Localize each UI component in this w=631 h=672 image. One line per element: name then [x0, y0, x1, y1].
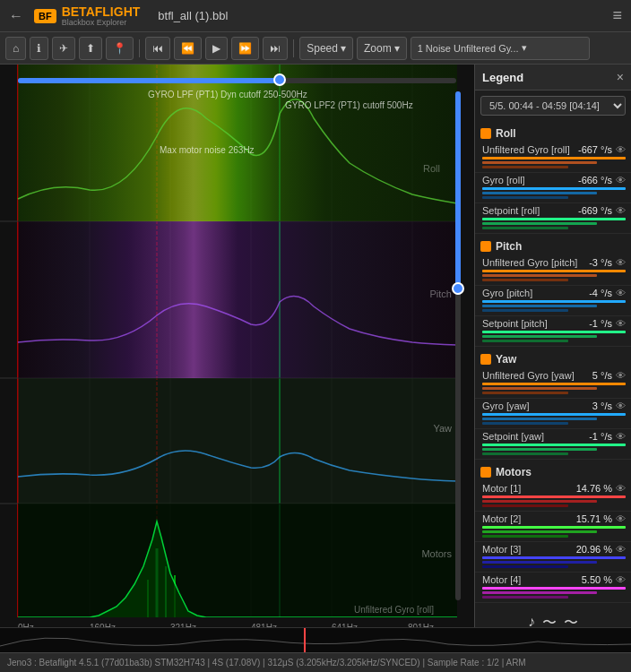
legend-item-name-yaw-2: Setpoint [yaw] [482, 431, 589, 442]
skip-start-button[interactable]: ⏮ [145, 37, 170, 60]
eye-icon-yaw-1[interactable]: 👁 [616, 401, 626, 411]
eye-icon-roll-2[interactable]: 👁 [616, 205, 626, 216]
legend-section-yaw: YawUnfiltered Gyro [yaw]5 °/s👁Gyro [yaw]… [475, 350, 631, 460]
file-title: btfl_all (1).bbl [158, 9, 228, 22]
logo: BF BETAFLIGHT Blackbox Explorer [34, 4, 140, 27]
eye-icon-motors-1[interactable]: 👁 [616, 513, 626, 524]
speed-label: Speed [307, 42, 338, 55]
legend-item-value-motors-3: 5.50 % [582, 574, 612, 585]
legend-sections: RollUnfiltered Gyro [roll]-667 °/s👁Gyro … [475, 121, 631, 607]
color-bar-roll-1-2 [482, 196, 568, 199]
color-bar-motors-1-1 [482, 530, 597, 533]
legend-item-value-motors-1: 15.71 % [576, 513, 612, 524]
main-content: 0Hz 160Hz 321Hz 481Hz 641Hz 801Hz Unfilt… [0, 65, 631, 627]
logo-icon: BF [34, 9, 56, 23]
legend-item-name-yaw-0: Unfiltered Gyro [yaw] [482, 370, 592, 381]
color-bar-roll-0-0 [482, 157, 626, 159]
color-bar-motors-0-0 [482, 495, 626, 498]
status-text: Jeno3 : Betaflight 4.5.1 (77d01ba3b) STM… [7, 658, 526, 668]
color-bar-pitch-0-2 [482, 279, 568, 281]
legend-item-value-motors-0: 14.76 % [576, 483, 612, 494]
legend-item-yaw-1: Gyro [yaw]3 °/s👁 [475, 399, 631, 429]
speed-dropdown[interactable]: Speed ▾ [299, 37, 353, 60]
toolbar: ⌂ ℹ ✈ ⬆ 📍 ⏮ ⏪ ▶ ⏩ ⏭ Speed ▾ Zoom ▾ 1 Noi… [0, 32, 631, 65]
eye-icon-motors-3[interactable]: 👁 [616, 574, 626, 585]
v-slider-track [455, 91, 461, 295]
upload-button[interactable]: ⬆ [79, 37, 102, 60]
home-button[interactable]: ⌂ [5, 37, 26, 60]
legend-item-value-pitch-1: -4 °/s [589, 288, 612, 298]
color-bar-roll-0-1 [482, 161, 597, 164]
color-bar-roll-2-1 [482, 222, 597, 225]
session-select[interactable]: 5/5. 00:44 - 04:59 [04:14] [480, 96, 626, 116]
logo-text: BETAFLIGHT [62, 4, 141, 19]
svg-text:Unfiltered Gyro [roll]: Unfiltered Gyro [roll] [354, 605, 434, 615]
section-dot-motors [480, 467, 491, 478]
legend-item-yaw-0: Unfiltered Gyro [yaw]5 °/s👁 [475, 368, 631, 399]
color-bar-motors-2-1 [482, 561, 597, 564]
color-bar-pitch-1-1 [482, 305, 597, 307]
color-bar-pitch-2-0 [482, 331, 626, 333]
vertical-slider[interactable] [455, 91, 461, 600]
skip-end-button[interactable]: ⏭ [263, 37, 288, 60]
wave-icon-1[interactable]: ♪ [528, 614, 535, 627]
filter-dropdown[interactable]: 1 Noise Unfiltered Gy... ▾ [411, 37, 590, 60]
info-button[interactable]: ℹ [30, 37, 48, 60]
plane-button[interactable]: ✈ [52, 37, 75, 60]
color-bar-motors-3-1 [482, 591, 597, 594]
eye-icon-pitch-2[interactable]: 👁 [616, 318, 626, 329]
horizontal-slider[interactable] [18, 78, 456, 83]
legend-item-value-motors-2: 20.96 % [576, 544, 612, 555]
color-bar-motors-0-2 [482, 504, 568, 507]
eye-icon-roll-0[interactable]: 👁 [616, 144, 626, 155]
hamburger-menu[interactable]: ≡ [612, 6, 622, 25]
legend-item-roll-0: Unfiltered Gyro [roll]-667 °/s👁 [475, 142, 631, 173]
zoom-arrow: ▾ [394, 42, 400, 55]
play-button[interactable]: ▶ [205, 37, 228, 60]
color-bar-pitch-1-2 [482, 309, 568, 312]
legend-item-value-pitch-0: -3 °/s [589, 257, 612, 268]
color-bar-pitch-2-1 [482, 335, 597, 338]
eye-icon-pitch-0[interactable]: 👁 [616, 257, 626, 268]
section-label-roll: Roll [496, 127, 516, 140]
legend-item-name-yaw-1: Gyro [yaw] [482, 401, 592, 411]
legend-item-motors-3: Motor [4]5.50 %👁 [475, 573, 631, 603]
section-label-yaw: Yaw [496, 353, 516, 366]
legend-item-pitch-2: Setpoint [pitch]-1 °/s👁 [475, 316, 631, 347]
eye-icon-pitch-1[interactable]: 👁 [616, 288, 626, 298]
prev-button[interactable]: ⏪ [174, 37, 202, 60]
graph-area[interactable]: 0Hz 160Hz 321Hz 481Hz 641Hz 801Hz Unfilt… [0, 65, 474, 627]
svg-rect-20 [0, 617, 466, 627]
legend-item-motors-1: Motor [2]15.71 %👁 [475, 512, 631, 542]
wave-icon-3[interactable]: 〜 [564, 614, 578, 627]
legend-close-button[interactable]: × [617, 70, 624, 84]
legend-item-pitch-0: Unfiltered Gyro [pitch]-3 °/s👁 [475, 255, 631, 286]
filter-label: 1 Noise Unfiltered Gy... [418, 43, 519, 54]
statusbar: Jeno3 : Betaflight 4.5.1 (77d01ba3b) STM… [0, 652, 631, 672]
legend-title: Legend [482, 71, 523, 84]
legend-item-name-motors-2: Motor [3] [482, 544, 576, 555]
legend-header: Legend × [475, 65, 631, 90]
eye-icon-roll-1[interactable]: 👁 [616, 175, 626, 185]
legend-section-roll: RollUnfiltered Gyro [roll]-667 °/s👁Gyro … [475, 125, 631, 234]
color-bar-roll-1-0 [482, 187, 626, 190]
legend-item-value-roll-2: -669 °/s [578, 205, 612, 216]
color-bar-roll-1-1 [482, 192, 597, 194]
eye-icon-yaw-2[interactable]: 👁 [616, 431, 626, 442]
wave-icon-2[interactable]: 〜 [542, 614, 557, 627]
eye-icon-motors-2[interactable]: 👁 [616, 544, 626, 555]
timeline[interactable] [0, 627, 631, 652]
pin-button[interactable]: 📍 [106, 37, 134, 60]
color-bar-yaw-0-1 [482, 387, 597, 390]
legend-section-pitch: PitchUnfiltered Gyro [pitch]-3 °/s👁Gyro … [475, 237, 631, 347]
legend-section-motors: MotorsMotor [1]14.76 %👁Motor [2]15.71 %👁… [475, 463, 631, 603]
zoom-dropdown[interactable]: Zoom ▾ [357, 37, 407, 60]
legend-item-name-motors-0: Motor [1] [482, 483, 576, 494]
eye-icon-motors-0[interactable]: 👁 [616, 483, 626, 494]
legend-item-roll-1: Gyro [roll]-666 °/s👁 [475, 173, 631, 203]
next-button[interactable]: ⏩ [231, 37, 259, 60]
legend-item-name-pitch-0: Unfiltered Gyro [pitch] [482, 257, 589, 268]
legend-item-yaw-2: Setpoint [yaw]-1 °/s👁 [475, 429, 631, 460]
eye-icon-yaw-0[interactable]: 👁 [616, 370, 626, 381]
back-button[interactable]: ← [9, 8, 23, 24]
